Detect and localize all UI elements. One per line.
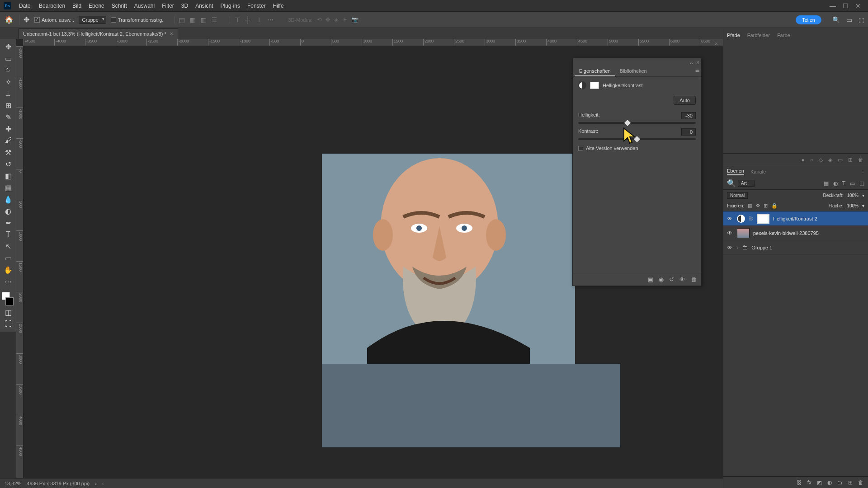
chevron-down-icon[interactable]: ▾	[862, 203, 864, 208]
lock-pixels-icon[interactable]: ▦	[748, 203, 752, 209]
tab-kanaele[interactable]: Kanäle	[750, 169, 766, 174]
trash-icon[interactable]: 🗑	[858, 157, 863, 163]
menu-schrift[interactable]: Schrift	[108, 3, 131, 9]
toggle-visibility-icon[interactable]: 👁	[679, 276, 685, 283]
filter-smart-icon[interactable]: ◫	[859, 180, 864, 187]
menu-ansicht[interactable]: Ansicht	[192, 3, 217, 9]
clip-icon[interactable]: ▣	[648, 276, 653, 283]
mask-thumb-icon[interactable]	[590, 82, 599, 89]
reset-icon[interactable]: ↺	[669, 276, 674, 283]
group-dropdown[interactable]: Gruppe	[79, 16, 106, 24]
collapse-icon[interactable]: ‹‹	[689, 60, 693, 65]
align-center-icon[interactable]: ▦	[190, 16, 197, 23]
document-info[interactable]: 4936 Px x 3319 Px (300 ppi)	[27, 481, 90, 486]
new-layer-icon[interactable]: ⊞	[848, 479, 853, 486]
visibility-icon[interactable]: 👁	[727, 216, 733, 222]
filter-type-icon[interactable]: T	[842, 180, 845, 187]
blur-tool[interactable]: 💧	[0, 193, 16, 205]
auto-button[interactable]: Auto	[674, 96, 696, 105]
chevron-right-icon[interactable]: ›	[737, 245, 738, 250]
delete-layer-icon[interactable]: 🗑	[858, 479, 863, 486]
light-icon[interactable]: ☀	[342, 16, 348, 23]
lock-artboard-icon[interactable]: ⊞	[764, 203, 768, 209]
tab-farbe[interactable]: Farbe	[777, 33, 790, 38]
auto-select-checkbox[interactable]: Autom. ausw...	[34, 17, 74, 23]
pan-icon[interactable]: ✥	[326, 16, 330, 23]
dodge-tool[interactable]: ◐	[0, 205, 16, 217]
orbit-icon[interactable]: ⟲	[317, 16, 322, 23]
adjustment-thumb-icon[interactable]	[737, 215, 745, 223]
layer-name[interactable]: Helligkeit/Kontrast 2	[773, 216, 817, 221]
brush-tool[interactable]: 🖌	[0, 135, 16, 146]
minimize-icon[interactable]: —	[826, 2, 839, 9]
eraser-tool[interactable]: ◧	[0, 170, 16, 182]
document-image[interactable]	[322, 154, 575, 364]
quickmask-tool[interactable]: ◫	[0, 306, 16, 318]
menu-ebene[interactable]: Ebene	[85, 3, 108, 9]
history-tool[interactable]: ↺	[0, 158, 16, 170]
document-tab[interactable]: Unbenannt-1 bei 13,3% (Helligkeit/Kontra…	[18, 28, 178, 39]
nav-left-icon[interactable]: ‹	[102, 481, 104, 486]
hand-tool[interactable]: ✋	[0, 264, 16, 276]
menu-plugins[interactable]: Plug-ins	[217, 3, 244, 9]
zoom-level[interactable]: 13,32%	[5, 481, 21, 486]
gradient-tool[interactable]: ▦	[0, 182, 16, 193]
visibility-icon[interactable]: 👁	[727, 230, 733, 236]
move-tool-icon[interactable]: ✥	[19, 14, 30, 25]
blend-mode-dropdown[interactable]: Normal	[727, 192, 748, 199]
healing-tool[interactable]: ✚	[0, 123, 16, 135]
legacy-checkbox[interactable]: Alte Version verwenden	[578, 145, 696, 151]
fill-path-icon[interactable]: ●	[802, 157, 805, 163]
group-icon[interactable]: 🗀	[837, 479, 843, 486]
lock-all-icon[interactable]: 🔒	[771, 203, 778, 209]
tab-farbfelder[interactable]: Farbfelder	[747, 33, 770, 38]
tab-bibliotheken[interactable]: Bibliotheken	[615, 66, 651, 76]
move-tool[interactable]: ✥	[0, 41, 16, 52]
contrast-value[interactable]: 0	[681, 128, 696, 136]
dolly-icon[interactable]: ◈	[334, 16, 339, 23]
filter-adj-icon[interactable]: ◐	[833, 180, 838, 187]
lock-position-icon[interactable]: ✥	[756, 203, 760, 209]
path-tool[interactable]: ↖	[0, 240, 16, 252]
lasso-tool[interactable]: ఒ	[0, 64, 16, 76]
layers-menu-icon[interactable]: ≡	[862, 169, 864, 174]
fill-value[interactable]: 100%	[847, 203, 859, 208]
align-right-icon[interactable]: ▥	[201, 16, 208, 23]
mask-thumb[interactable]	[757, 214, 769, 224]
menu-auswahl[interactable]: Auswahl	[131, 3, 158, 9]
menu-filter[interactable]: Filter	[158, 3, 178, 9]
mask-icon[interactable]: ◈	[828, 157, 832, 163]
maximize-icon[interactable]: ☐	[839, 2, 852, 9]
properties-panel[interactable]: ‹‹ × Eigenschaften Bibliotheken ≡ Hellig…	[572, 58, 702, 286]
visibility-icon[interactable]: 👁	[727, 244, 733, 251]
menu-datei[interactable]: Datei	[15, 3, 35, 9]
align-bottom-icon[interactable]: ⊥	[256, 16, 264, 23]
layer-search[interactable]: 🔍 Art	[727, 179, 755, 188]
selection-icon[interactable]: ◇	[819, 157, 823, 163]
link-layers-icon[interactable]: ⛓	[797, 479, 802, 486]
menu-3d[interactable]: 3D	[178, 3, 192, 9]
panel-menu-icon[interactable]: ≡	[695, 66, 699, 76]
search-icon[interactable]: 🔍	[832, 16, 840, 23]
share-button[interactable]: Teilen	[796, 15, 821, 24]
screenmode-tool[interactable]: ⛶	[0, 318, 16, 330]
home-icon[interactable]: 🏠	[4, 14, 14, 25]
background-color[interactable]	[5, 297, 14, 305]
close-icon[interactable]: ✕	[852, 2, 864, 9]
more-icon[interactable]: ⋯	[267, 16, 274, 23]
mask-icon[interactable]: ◩	[817, 479, 822, 486]
color-swatches[interactable]	[0, 290, 16, 306]
eyedropper-tool[interactable]: ✎	[0, 111, 16, 123]
panel-header[interactable]: ‹‹ ×	[573, 58, 701, 66]
shape-tool[interactable]: ▭	[0, 252, 16, 264]
type-tool[interactable]: T	[0, 229, 16, 240]
layer-row[interactable]: 👁 pexels-kevin-bidwell-2380795	[723, 226, 868, 240]
crop-tool[interactable]: ⟂	[0, 88, 16, 99]
ruler-vertical[interactable]: -2000 -1500 -1000 -500 0 500 1000 1500 2…	[16, 46, 24, 478]
link-icon[interactable]: ⛓	[749, 216, 753, 221]
plus-icon[interactable]: ⊞	[848, 157, 853, 163]
tab-ebenen[interactable]: Ebenen	[727, 168, 744, 175]
brightness-value[interactable]: -30	[681, 112, 696, 119]
menu-fenster[interactable]: Fenster	[244, 3, 269, 9]
layer-row[interactable]: 👁 › 🗀 Gruppe 1	[723, 240, 868, 255]
